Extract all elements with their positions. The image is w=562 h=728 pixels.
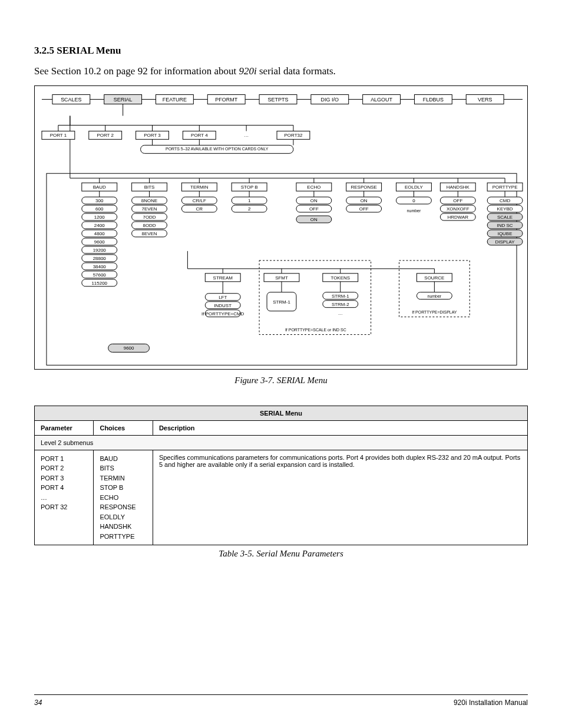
bits-8none: 8NONE <box>141 198 157 203</box>
section-title: 3.2.5 SERIAL Menu <box>34 45 528 57</box>
port-ellipsis: … <box>244 133 249 138</box>
port-1: PORT 1 <box>50 133 67 138</box>
baud-28800: 28800 <box>93 256 107 261</box>
bits-8odd: 8ODD <box>143 223 156 228</box>
table-caption: Table 3-5. Serial Menu Parameters <box>34 549 528 559</box>
top-digio: DIG I/O <box>321 96 339 102</box>
col-description: Description <box>153 420 527 435</box>
intro-pre: See Section <box>34 65 84 77</box>
stream-indust: INDUST <box>214 303 232 308</box>
intro-ref: 10.2 <box>84 65 101 77</box>
baud-600: 600 <box>95 206 104 212</box>
porttype-iqube: IQUBE <box>498 231 513 236</box>
source-number: number <box>428 294 442 298</box>
port-2: PORT 2 <box>97 133 114 138</box>
extra-tokens: TOKENS <box>330 275 350 281</box>
handshk-off: OFF <box>453 198 462 203</box>
porttype-keybd: KEYBD <box>497 206 513 212</box>
extra-stream: STREAM <box>213 275 233 281</box>
baud-300: 300 <box>95 198 104 203</box>
top-fldbus: FLDBUS <box>423 96 444 102</box>
response-on: ON <box>361 198 368 203</box>
bits-7even: 7EVEN <box>141 206 157 212</box>
page-footer: 34 920i Installation Manual <box>34 694 528 707</box>
porttype-indsc: IND SC <box>497 223 513 228</box>
table-section: Level 2 submenus <box>35 435 528 450</box>
col-choices: Choices <box>94 420 153 435</box>
ports-note: PORTS 5–32 AVAILABLE WITH OPTION CARDS O… <box>166 147 269 151</box>
tokens-ellipsis: … <box>338 311 343 316</box>
port-4: PORT 4 <box>191 133 208 138</box>
termin-cr: CR <box>196 206 203 212</box>
child-baud: BAUD <box>93 185 106 190</box>
echo-off: OFF <box>309 206 319 212</box>
top-serial: SERIAL <box>114 96 133 102</box>
echo-resp-on: ON <box>310 217 318 222</box>
top-feature: FEATURE <box>163 96 187 102</box>
baud-38400: 38400 <box>93 264 107 269</box>
eoldly-number: number <box>407 209 421 213</box>
baud-default: 9600 <box>124 345 134 351</box>
intro-product: 920i <box>239 65 257 77</box>
bits-8even: 8EVEN <box>141 231 157 236</box>
baud-9600: 9600 <box>94 239 105 245</box>
top-vers: VERS <box>478 96 492 102</box>
port-32: PORT32 <box>285 133 303 138</box>
tokens-s1: STRM-1 <box>332 294 349 299</box>
extra-source: SOURCE <box>424 275 444 281</box>
table-header: SERIAL Menu <box>35 406 528 420</box>
handshk-xonxoff: XONXOFF <box>447 206 470 212</box>
intro-mid: on page 92 for information about <box>104 65 239 77</box>
porttype-cmd: CMD <box>500 198 510 203</box>
child-echo: ECHO <box>307 185 320 190</box>
baud-2400: 2400 <box>94 223 105 228</box>
intro-paragraph: See Section 10.2 on page 92 for informat… <box>34 65 528 78</box>
child-porttype: PORTTYPE <box>492 185 518 190</box>
bits-7odd: 7ODD <box>143 215 156 220</box>
child-termin: TERMIN <box>190 185 209 190</box>
tokens-s2: STRM-2 <box>332 302 349 307</box>
top-scales: SCALES <box>61 96 81 102</box>
top-setpts: SETPTS <box>268 96 289 102</box>
tokens-note: If PORTTYPE=SCALE or IND SC <box>285 328 346 332</box>
response-off: OFF <box>359 206 369 212</box>
source-note: If PORTTYPE=DISPLAY <box>412 310 457 314</box>
intro-post: serial data formats. <box>259 65 336 77</box>
top-algout: ALGOUT <box>371 96 392 102</box>
termin-crlf: CR/LF <box>193 198 206 203</box>
porttype-scale: SCALE <box>497 215 513 220</box>
footer-doc-title: 920i Installation Manual <box>454 699 528 707</box>
child-eoldly: EOLDLY <box>405 185 424 190</box>
child-response: RESPONSE <box>351 185 377 190</box>
col-parameter: Parameter <box>35 420 94 435</box>
extra-sfmt: SFMT <box>275 275 288 281</box>
echo-on: ON <box>310 198 318 203</box>
porttype-display: DISPLAY <box>495 239 515 245</box>
port-3: PORT 3 <box>144 133 161 138</box>
footer-page-number: 34 <box>34 699 42 707</box>
stream-lft: LFT <box>219 295 227 300</box>
row-choices: BAUDBITSTERMINSTOP BECHORESPONSEEOLDLYHA… <box>94 450 153 545</box>
top-pformt: PFORMT <box>215 96 237 102</box>
child-bits: BITS <box>144 185 155 190</box>
handshk-hrdwar: HRDWAR <box>448 215 469 220</box>
eoldly-0: 0 <box>412 198 415 203</box>
row-description: Specifies communications parameters for … <box>153 450 527 545</box>
baud-19200: 19200 <box>93 248 107 253</box>
baud-4800: 4800 <box>94 231 105 236</box>
baud-57600: 57600 <box>93 272 107 278</box>
child-stopb: STOP B <box>241 185 258 190</box>
figure-serial-menu: .bx{fill:#fff;stroke:#000;stroke-width:1… <box>34 85 528 370</box>
stopb-2: 2 <box>248 206 251 212</box>
baud-115200: 115200 <box>91 281 107 286</box>
tokens-strm1: STRM-1 <box>273 299 290 305</box>
serial-menu-table: SERIAL Menu Parameter Choices Descriptio… <box>34 406 528 546</box>
stream-note: If PORTTYPE=CMD <box>201 311 244 317</box>
child-handshk: HANDSHK <box>447 185 470 190</box>
baud-1200: 1200 <box>94 215 105 220</box>
figure-caption: Figure 3-7. SERIAL Menu <box>34 375 528 386</box>
stopb-1: 1 <box>248 198 251 203</box>
row-parameter: PORT 1PORT 2PORT 3PORT 4…PORT 32 <box>35 450 94 545</box>
